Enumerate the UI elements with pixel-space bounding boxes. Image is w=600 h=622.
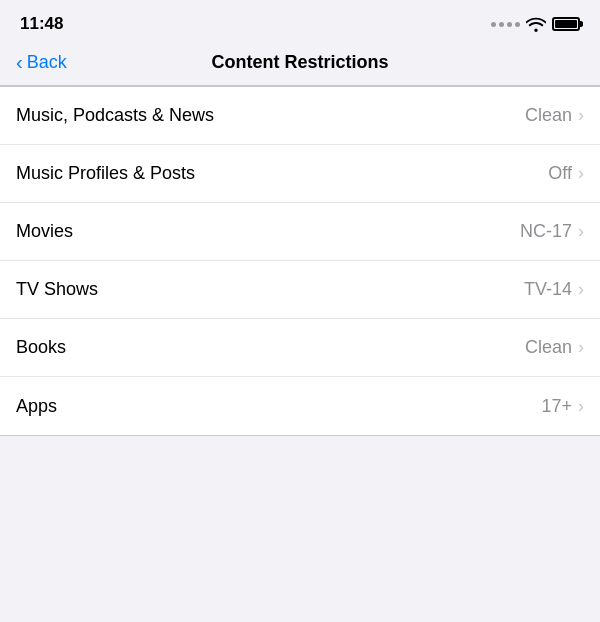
row-right-apps: 17+› bbox=[541, 396, 584, 417]
row-label-music-podcasts-news: Music, Podcasts & News bbox=[16, 105, 214, 126]
page-title: Content Restrictions bbox=[211, 52, 388, 73]
row-right-tv-shows: TV-14› bbox=[524, 279, 584, 300]
status-icons bbox=[491, 16, 580, 32]
row-label-music-profiles-posts: Music Profiles & Posts bbox=[16, 163, 195, 184]
row-right-movies: NC-17› bbox=[520, 221, 584, 242]
settings-row-music-profiles-posts[interactable]: Music Profiles & PostsOff› bbox=[0, 145, 600, 203]
status-bar: 11:48 bbox=[0, 0, 600, 44]
settings-row-music-podcasts-news[interactable]: Music, Podcasts & NewsClean› bbox=[0, 87, 600, 145]
row-label-books: Books bbox=[16, 337, 66, 358]
settings-list: Music, Podcasts & NewsClean›Music Profil… bbox=[0, 86, 600, 436]
settings-row-books[interactable]: BooksClean› bbox=[0, 319, 600, 377]
back-button[interactable]: ‹ Back bbox=[16, 52, 67, 74]
signal-dots-icon bbox=[491, 22, 520, 27]
settings-row-apps[interactable]: Apps17+› bbox=[0, 377, 600, 435]
row-chevron-tv-shows: › bbox=[578, 279, 584, 300]
row-chevron-music-profiles-posts: › bbox=[578, 163, 584, 184]
row-chevron-movies: › bbox=[578, 221, 584, 242]
row-label-apps: Apps bbox=[16, 396, 57, 417]
row-value-tv-shows: TV-14 bbox=[524, 279, 572, 300]
row-chevron-music-podcasts-news: › bbox=[578, 105, 584, 126]
wifi-icon bbox=[526, 16, 546, 32]
row-right-music-profiles-posts: Off› bbox=[548, 163, 584, 184]
row-value-apps: 17+ bbox=[541, 396, 572, 417]
row-value-books: Clean bbox=[525, 337, 572, 358]
row-value-movies: NC-17 bbox=[520, 221, 572, 242]
back-chevron-icon: ‹ bbox=[16, 51, 23, 74]
row-right-music-podcasts-news: Clean› bbox=[525, 105, 584, 126]
row-right-books: Clean› bbox=[525, 337, 584, 358]
nav-bar: ‹ Back Content Restrictions bbox=[0, 44, 600, 86]
row-label-movies: Movies bbox=[16, 221, 73, 242]
row-value-music-podcasts-news: Clean bbox=[525, 105, 572, 126]
row-value-music-profiles-posts: Off bbox=[548, 163, 572, 184]
battery-icon bbox=[552, 17, 580, 31]
settings-row-movies[interactable]: MoviesNC-17› bbox=[0, 203, 600, 261]
bottom-spacer bbox=[0, 436, 600, 471]
row-chevron-books: › bbox=[578, 337, 584, 358]
status-time: 11:48 bbox=[20, 14, 63, 34]
settings-row-tv-shows[interactable]: TV ShowsTV-14› bbox=[0, 261, 600, 319]
back-label: Back bbox=[27, 52, 67, 73]
row-chevron-apps: › bbox=[578, 396, 584, 417]
row-label-tv-shows: TV Shows bbox=[16, 279, 98, 300]
